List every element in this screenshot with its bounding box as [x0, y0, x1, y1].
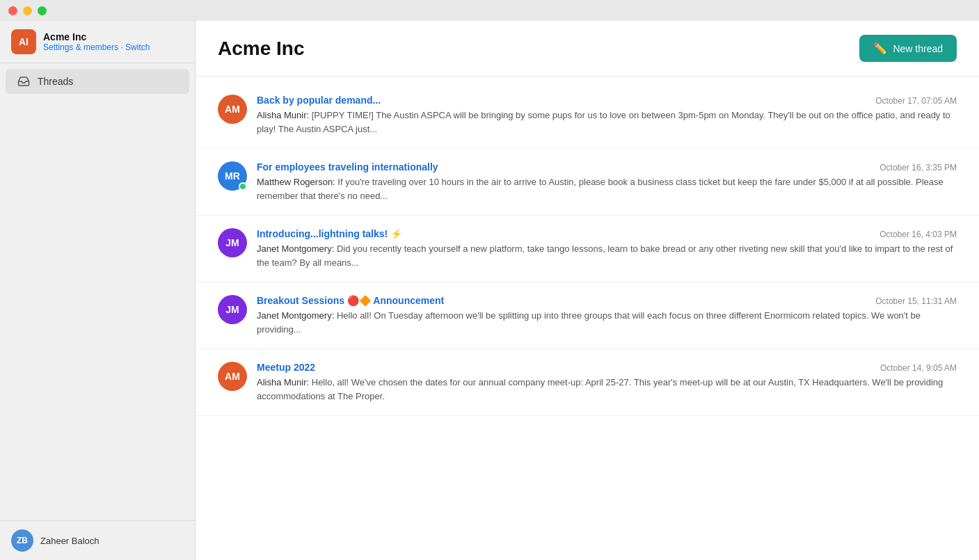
threads-label: Threads — [38, 76, 73, 87]
avatar: JM — [218, 228, 247, 257]
workspace-header[interactable]: AI Acme Inc Settings & members · Switch — [0, 21, 195, 63]
workspace-name: Acme Inc — [43, 31, 184, 42]
thread-author: Alisha Munir: — [257, 110, 309, 120]
avatar: AM — [218, 95, 247, 124]
thread-title[interactable]: Meetup 2022 — [257, 362, 315, 373]
thread-preview: Alisha Munir: Hello, all! We've chosen t… — [257, 376, 957, 403]
minimize-button[interactable] — [23, 6, 32, 15]
main-content: Acme Inc ✏️ New thread AM Back by popula… — [196, 21, 979, 560]
workspace-meta: Settings & members · Switch — [43, 42, 184, 52]
user-name: Zaheer Baloch — [40, 536, 100, 546]
thread-title[interactable]: Back by popular demand... — [257, 95, 381, 106]
new-thread-label: New thread — [893, 43, 943, 54]
thread-timestamp: October 17, 07:05 AM — [875, 96, 957, 106]
thread-content: Back by popular demand... October 17, 07… — [257, 95, 957, 136]
avatar: AM — [218, 362, 247, 391]
sidebar-nav: Threads — [0, 63, 195, 520]
thread-timestamp: October 14, 9:05 AM — [880, 363, 957, 373]
thread-content: For employees traveling internationally … — [257, 161, 957, 202]
thread-preview: Matthew Rogerson: If you're traveling ov… — [257, 175, 957, 202]
page-title: Acme Inc — [218, 38, 305, 60]
thread-timestamp: October 15, 11:31 AM — [875, 296, 957, 306]
workspace-logo: AI — [11, 29, 36, 54]
thread-preview: Alisha Munir: [PUPPY TIME!] The Austin A… — [257, 109, 957, 136]
user-avatar: ZB — [11, 529, 33, 552]
thread-author: Janet Montgomery: — [257, 243, 334, 254]
thread-header: For employees traveling internationally … — [257, 161, 957, 173]
thread-item[interactable]: AM Back by popular demand... October 17,… — [196, 82, 979, 149]
workspace-info: Acme Inc Settings & members · Switch — [43, 31, 184, 52]
thread-item[interactable]: MR For employees traveling international… — [196, 149, 979, 216]
thread-author: Janet Montgomery: — [257, 310, 334, 321]
thread-preview: Janet Montgomery: Did you recently teach… — [257, 242, 957, 269]
thread-author: Matthew Rogerson: — [257, 177, 335, 187]
inbox-icon — [17, 74, 31, 88]
thread-title[interactable]: Introducing...lightning talks! ⚡ — [257, 228, 402, 239]
avatar: JM — [218, 295, 247, 324]
thread-header: Back by popular demand... October 17, 07… — [257, 95, 957, 106]
new-thread-button[interactable]: ✏️ New thread — [859, 35, 957, 62]
thread-header: Breakout Sessions 🔴🔶 Announcement Octobe… — [257, 295, 957, 306]
thread-header: Introducing...lightning talks! ⚡ October… — [257, 228, 957, 239]
thread-preview: Janet Montgomery: Hello all! On Tuesday … — [257, 309, 957, 336]
settings-link[interactable]: Settings & members — [43, 42, 118, 52]
maximize-button[interactable] — [38, 6, 47, 15]
titlebar — [0, 0, 979, 21]
thread-content: Introducing...lightning talks! ⚡ October… — [257, 228, 957, 269]
avatar-initials: MR — [225, 170, 240, 182]
online-indicator — [239, 182, 247, 191]
avatar-initials: JM — [225, 237, 239, 248]
avatar-initials: AM — [225, 371, 240, 382]
thread-item[interactable]: AM Meetup 2022 October 14, 9:05 AM Alish… — [196, 349, 979, 416]
thread-header: Meetup 2022 October 14, 9:05 AM — [257, 362, 957, 373]
avatar-initials: AM — [225, 104, 240, 115]
avatar-initials: JM — [225, 304, 239, 315]
sidebar-footer: ZB Zaheer Baloch — [0, 520, 195, 560]
thread-author: Alisha Munir: — [257, 377, 309, 387]
thread-item[interactable]: JM Introducing...lightning talks! ⚡ Octo… — [196, 216, 979, 282]
thread-content: Meetup 2022 October 14, 9:05 AM Alisha M… — [257, 362, 957, 403]
sidebar: AI Acme Inc Settings & members · Switch — [0, 21, 196, 560]
thread-timestamp: October 16, 4:03 PM — [879, 230, 957, 239]
edit-icon: ✏️ — [873, 42, 887, 55]
thread-content: Breakout Sessions 🔴🔶 Announcement Octobe… — [257, 295, 957, 336]
sidebar-item-threads[interactable]: Threads — [6, 69, 189, 94]
main-header: Acme Inc ✏️ New thread — [196, 21, 979, 77]
thread-timestamp: October 16, 3:35 PM — [879, 163, 957, 173]
avatar: MR — [218, 161, 247, 191]
thread-list: AM Back by popular demand... October 17,… — [196, 77, 979, 560]
close-button[interactable] — [8, 6, 17, 15]
switch-link[interactable]: Switch — [125, 42, 150, 52]
thread-title[interactable]: Breakout Sessions 🔴🔶 Announcement — [257, 295, 444, 306]
thread-item[interactable]: JM Breakout Sessions 🔴🔶 Announcement Oct… — [196, 282, 979, 349]
thread-title[interactable]: For employees traveling internationally — [257, 161, 438, 173]
